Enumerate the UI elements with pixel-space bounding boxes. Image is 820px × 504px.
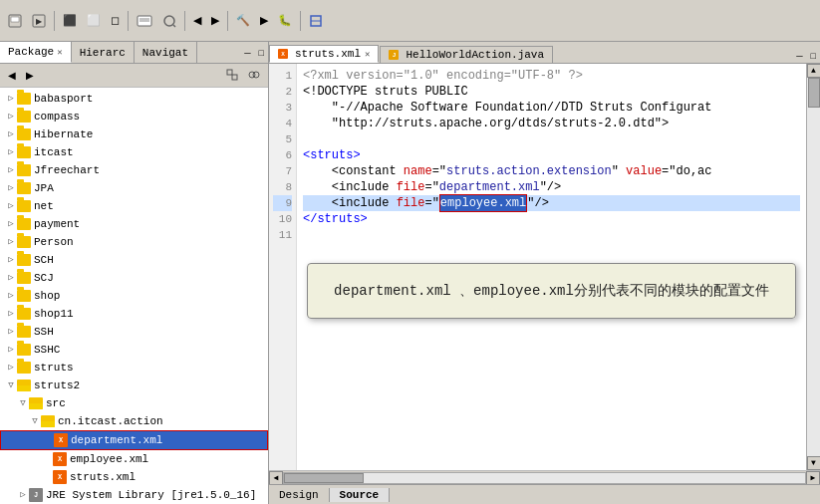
line-num-3: 3 [273, 100, 292, 116]
editor-maximize[interactable]: □ [807, 49, 820, 63]
tree-toggle-sch[interactable]: ▷ [6, 255, 16, 265]
tree-item-scj[interactable]: ▷ SCJ [0, 269, 268, 287]
toolbar-btn-6[interactable] [133, 12, 156, 30]
tree-toggle-babasport[interactable]: ▷ [6, 94, 16, 104]
tree-item-struts-xml[interactable]: X struts.xml [0, 468, 268, 486]
tree-item-shop[interactable]: ▷ shop [0, 287, 268, 305]
tree-toggle-jpa[interactable]: ▷ [6, 183, 16, 193]
h-scroll-track[interactable] [283, 472, 806, 484]
tab-design[interactable]: Design [269, 488, 330, 502]
folder-icon-struts [17, 362, 31, 374]
scroll-left[interactable]: ◀ [269, 471, 283, 485]
tree-item-hibernate[interactable]: ▷ Hibernate [0, 126, 268, 143]
tab-helloworld[interactable]: J HelloWorldAction.java [380, 46, 553, 63]
sidebar-minimize[interactable]: ─ [240, 42, 254, 63]
scroll-right[interactable]: ▶ [806, 471, 820, 485]
tab-package-close[interactable]: ✕ [57, 47, 62, 58]
scroll-track[interactable] [807, 78, 821, 456]
main-area: Package ✕ Hierarc Navigat ─ □ ◀ ▶ [0, 42, 820, 504]
tab-package[interactable]: Package ✕ [0, 42, 72, 63]
folder-icon-person [17, 236, 31, 248]
tree-toggle-scj[interactable]: ▷ [6, 273, 16, 283]
toolbar-btn-3[interactable]: ⬛ [59, 12, 81, 29]
toolbar-btn-7[interactable] [158, 12, 180, 30]
tree-toggle-person[interactable]: ▷ [6, 237, 16, 247]
tree-toggle-hibernate[interactable]: ▷ [6, 129, 16, 139]
toolbar-btn-9[interactable]: ▶ [207, 12, 223, 29]
code-val-7: struts.action.extension [446, 163, 612, 179]
code-text-9-eq: =" [424, 195, 438, 211]
scroll-up[interactable]: ▲ [807, 64, 821, 78]
scroll-thumb[interactable] [808, 78, 820, 108]
toolbar-btn-8[interactable]: ◀ [189, 12, 205, 29]
tree-item-department-xml[interactable]: X department.xml [0, 430, 268, 450]
tree-label-ssh: SSH [34, 324, 54, 340]
toolbar-btn-2[interactable]: ▶ [28, 12, 50, 30]
code-attr-7: name [404, 163, 432, 179]
tree-item-itcast[interactable]: ▷ itcast [0, 143, 268, 161]
toolbar-btn-10[interactable]: 🔨 [232, 12, 254, 29]
code-text-6: <struts> [303, 147, 361, 163]
tree-toggle-shop[interactable]: ▷ [6, 291, 16, 301]
tree-toggle-jre[interactable]: ▷ [18, 490, 28, 500]
collapse-all[interactable] [222, 67, 242, 85]
tab-struts-close[interactable]: ✕ [365, 49, 370, 60]
tree-item-payment[interactable]: ▷ payment [0, 215, 268, 233]
tree-toggle-dept [43, 435, 53, 445]
tree-toggle-itcast[interactable]: ▷ [6, 147, 16, 157]
tree-item-struts2[interactable]: ▽ struts2 [0, 377, 268, 394]
nav-back[interactable]: ◀ [4, 68, 20, 83]
tree-toggle-sshc[interactable]: ▷ [6, 345, 16, 355]
tree-item-src[interactable]: ▽ src [0, 394, 268, 412]
line-num-11: 11 [273, 227, 292, 243]
line-num-1: 1 [273, 68, 292, 84]
xml-icon-struts: X [53, 470, 67, 484]
tree-item-struts[interactable]: ▷ struts [0, 359, 268, 377]
toolbar-btn-12[interactable]: 🐛 [274, 12, 296, 29]
tree-toggle-net[interactable]: ▷ [6, 201, 16, 211]
code-text-8-pre: <include [303, 179, 397, 195]
tab-struts-xml[interactable]: X struts.xml ✕ [269, 45, 379, 63]
tab-hierarc[interactable]: Hierarc [72, 42, 135, 63]
tab-navigat[interactable]: Navigat [135, 42, 197, 63]
tree-toggle-struts[interactable]: ▷ [6, 363, 16, 373]
editor-minimize[interactable]: ─ [792, 49, 806, 63]
tree-toggle-payment[interactable]: ▷ [6, 219, 16, 229]
tree-toggle-struts2[interactable]: ▽ [6, 380, 16, 390]
h-scroll-thumb[interactable] [284, 473, 364, 483]
tree-label-compass: compass [34, 109, 80, 125]
tree-toggle-src[interactable]: ▽ [18, 398, 28, 408]
tree-item-cn-itcast-action[interactable]: ▽ cn.itcast.action [0, 412, 268, 430]
nav-forward[interactable]: ▶ [22, 68, 38, 83]
toolbar-btn-5[interactable]: ◻ [107, 12, 124, 29]
link-editor[interactable] [244, 67, 264, 85]
tree-toggle-cn-itcast[interactable]: ▽ [30, 416, 40, 426]
tree-toggle-compass[interactable]: ▷ [6, 112, 16, 122]
tree-item-person[interactable]: ▷ Person [0, 233, 268, 251]
tab-source[interactable]: Source [330, 488, 391, 502]
tree-item-ssh[interactable]: ▷ SSH [0, 323, 268, 341]
tree-item-jfreechart[interactable]: ▷ Jfreechart [0, 161, 268, 179]
sidebar-maximize[interactable]: □ [255, 42, 268, 63]
toolbar-btn-4[interactable]: ⬜ [83, 12, 105, 29]
tree-item-babasport[interactable]: ▷ babasport [0, 90, 268, 108]
tree-item-sch[interactable]: ▷ SCH [0, 251, 268, 269]
toolbar-btn-11[interactable]: ▶ [256, 12, 272, 29]
folder-icon-jpa [17, 182, 31, 194]
tree-toggle-shop11[interactable]: ▷ [6, 309, 16, 319]
tree-toggle-jfreechart[interactable]: ▷ [6, 165, 16, 175]
tree-label-net: net [34, 198, 54, 214]
tree-item-sshc[interactable]: ▷ SSHC [0, 341, 268, 359]
tree-item-employee-xml[interactable]: X employee.xml [0, 450, 268, 468]
toolbar-btn-13[interactable] [305, 12, 327, 30]
tree-item-compass[interactable]: ▷ compass [0, 108, 268, 126]
toolbar-btn-1[interactable] [4, 12, 26, 30]
code-text-9-post: "/> [527, 195, 549, 211]
tree-item-jpa[interactable]: ▷ JPA [0, 179, 268, 197]
tree-item-net[interactable]: ▷ net [0, 197, 268, 215]
code-lines[interactable]: <?xml version="1.0" encoding="UTF-8" ?> … [297, 64, 806, 470]
tree-item-shop11[interactable]: ▷ shop11 [0, 305, 268, 323]
tree-item-jre-lib[interactable]: ▷ J JRE System Library [jre1.5.0_16] [0, 486, 268, 504]
tree-toggle-ssh[interactable]: ▷ [6, 327, 16, 337]
scroll-down[interactable]: ▼ [807, 456, 821, 470]
